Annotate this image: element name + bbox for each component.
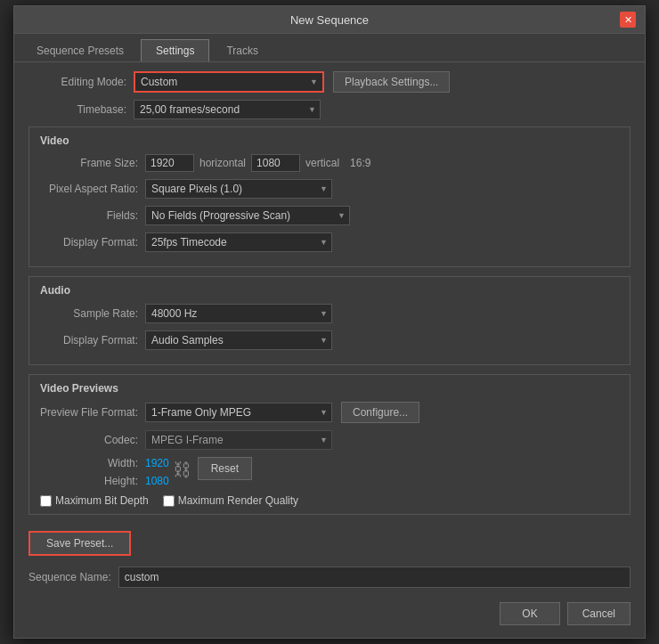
video-section: Video Frame Size: horizontal vertical 16…	[28, 126, 631, 267]
codec-select-wrapper: MPEG I-Frame	[145, 430, 332, 450]
codec-select[interactable]: MPEG I-Frame	[145, 430, 332, 450]
audio-display-format-label: Display Format:	[40, 334, 138, 346]
timebase-select[interactable]: 25,00 frames/second	[134, 100, 321, 119]
preview-height-row: Height: 1080	[40, 475, 169, 487]
sample-rate-select-wrapper: 48000 Hz	[145, 304, 332, 323]
configure-button[interactable]: Configure...	[341, 402, 419, 423]
title-bar: New Sequence ✕	[14, 6, 645, 34]
max-render-quality-checkbox[interactable]	[163, 495, 175, 507]
preview-file-format-select-wrapper: 1-Frame Only MPEG	[145, 403, 332, 422]
max-bit-depth-checkbox[interactable]	[40, 495, 52, 507]
audio-display-format-select[interactable]: Audio Samples	[145, 330, 332, 350]
audio-section: Audio Sample Rate: 48000 Hz Display Form…	[28, 276, 631, 365]
max-bit-depth-item: Maximum Bit Depth	[40, 494, 149, 507]
video-previews-section: Video Previews Preview File Format: 1-Fr…	[28, 374, 631, 515]
horizontal-label: horizontal	[199, 157, 246, 169]
timebase-select-wrapper: 25,00 frames/second	[134, 100, 321, 119]
preview-width-label: Width:	[40, 457, 138, 469]
aspect-ratio-label: 16:9	[350, 157, 370, 169]
fields-select[interactable]: No Fields (Progressive Scan)	[145, 206, 350, 225]
sequence-name-input[interactable]	[118, 567, 631, 588]
preview-height-value[interactable]: 1080	[145, 475, 169, 487]
ok-button[interactable]: OK	[500, 602, 559, 625]
preview-dimensions-row: Width: 1920 Height: 1080 ⛓ Reset	[40, 457, 619, 487]
video-display-format-label: Display Format:	[40, 236, 138, 249]
new-sequence-dialog: New Sequence ✕ Sequence Presets Settings…	[13, 5, 646, 639]
sample-rate-select[interactable]: 48000 Hz	[145, 304, 332, 323]
fields-select-wrapper: No Fields (Progressive Scan)	[145, 206, 350, 225]
reset-button[interactable]: Reset	[198, 457, 252, 480]
preview-file-format-row: Preview File Format: 1-Frame Only MPEG C…	[40, 402, 619, 423]
preview-width-value[interactable]: 1920	[145, 457, 169, 469]
preview-file-format-label: Preview File Format:	[40, 406, 138, 419]
vertical-label: vertical	[305, 157, 339, 169]
preview-width-row: Width: 1920	[40, 457, 169, 469]
editing-mode-select-wrapper: Custom	[134, 71, 324, 93]
editing-mode-row: Editing Mode: Custom Playback Settings..…	[28, 71, 631, 93]
sample-rate-row: Sample Rate: 48000 Hz	[40, 304, 619, 323]
cancel-button[interactable]: Cancel	[567, 602, 631, 625]
sequence-name-label: Sequence Name:	[28, 571, 111, 583]
fields-row: Fields: No Fields (Progressive Scan)	[40, 206, 619, 225]
sample-rate-label: Sample Rate:	[40, 307, 138, 320]
max-bit-depth-label: Maximum Bit Depth	[55, 494, 149, 507]
tab-sequence-presets[interactable]: Sequence Presets	[21, 39, 139, 61]
pixel-aspect-row: Pixel Aspect Ratio: Square Pixels (1.0)	[40, 179, 619, 199]
codec-label: Codec:	[40, 434, 138, 446]
video-display-format-select-wrapper: 25fps Timecode	[145, 232, 332, 252]
pixel-aspect-select[interactable]: Square Pixels (1.0)	[145, 179, 332, 199]
frame-size-label: Frame Size:	[40, 157, 138, 169]
frame-height-input[interactable]	[251, 154, 300, 172]
audio-display-format-select-wrapper: Audio Samples	[145, 330, 332, 350]
save-preset-container: Save Preset...	[28, 524, 631, 559]
fields-label: Fields:	[40, 209, 138, 222]
checkboxes-row: Maximum Bit Depth Maximum Render Quality	[40, 494, 619, 507]
timebase-row: Timebase: 25,00 frames/second	[28, 100, 631, 119]
max-render-quality-label: Maximum Render Quality	[178, 494, 298, 507]
dialog-title: New Sequence	[39, 13, 620, 27]
pixel-aspect-select-wrapper: Square Pixels (1.0)	[145, 179, 332, 199]
tab-settings[interactable]: Settings	[141, 39, 209, 61]
save-preset-button[interactable]: Save Preset...	[28, 531, 131, 556]
video-display-format-select[interactable]: 25fps Timecode	[145, 232, 332, 252]
video-display-format-row: Display Format: 25fps Timecode	[40, 232, 619, 252]
sequence-name-row: Sequence Name:	[28, 567, 631, 588]
playback-settings-button[interactable]: Playback Settings...	[333, 71, 450, 93]
editing-mode-select[interactable]: Custom	[135, 73, 322, 91]
video-section-label: Video	[40, 135, 619, 147]
audio-section-label: Audio	[40, 284, 619, 297]
preview-height-label: Height:	[40, 475, 138, 487]
link-chain-icon: ⛓	[173, 461, 191, 478]
preview-file-format-select[interactable]: 1-Frame Only MPEG	[145, 403, 332, 422]
close-button[interactable]: ✕	[620, 12, 636, 28]
codec-row: Codec: MPEG I-Frame	[40, 430, 619, 450]
pixel-aspect-label: Pixel Aspect Ratio:	[40, 183, 138, 195]
editing-mode-label: Editing Mode:	[28, 76, 126, 88]
dialog-content: Editing Mode: Custom Playback Settings..…	[14, 62, 645, 638]
video-previews-label: Video Previews	[40, 382, 619, 395]
frame-width-input[interactable]	[145, 154, 194, 172]
max-render-quality-item: Maximum Render Quality	[163, 494, 298, 507]
tab-tracks[interactable]: Tracks	[211, 39, 273, 61]
audio-display-format-row: Display Format: Audio Samples	[40, 330, 619, 350]
bottom-buttons: OK Cancel	[28, 595, 631, 629]
timebase-label: Timebase:	[28, 103, 126, 116]
frame-size-row: Frame Size: horizontal vertical 16:9	[40, 154, 619, 172]
tab-bar: Sequence Presets Settings Tracks	[14, 34, 645, 62]
